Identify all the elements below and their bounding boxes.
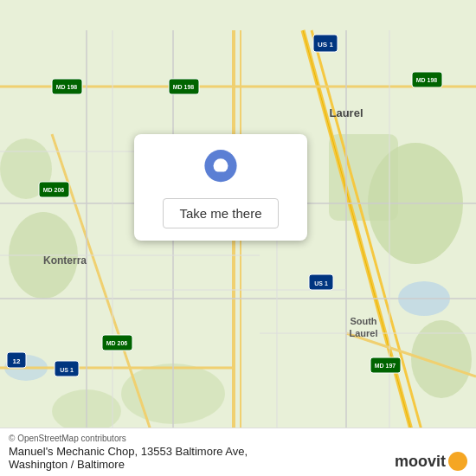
- svg-text:MD 197: MD 197: [375, 363, 396, 369]
- svg-text:MD 206: MD 206: [106, 340, 128, 346]
- svg-text:MD 198: MD 198: [56, 84, 78, 90]
- svg-text:MD 206: MD 206: [43, 187, 65, 193]
- location-name: Manuel's Mechanic Chop, 13553 Baltimore …: [9, 445, 248, 458]
- bottom-info-bar: © OpenStreetMap contributors Manuel's Me…: [0, 428, 476, 476]
- svg-text:12: 12: [13, 357, 21, 365]
- svg-text:US 1: US 1: [318, 41, 333, 48]
- svg-rect-5: [329, 134, 398, 221]
- map-pin-icon: [202, 150, 240, 188]
- moovit-logo: moovit: [395, 452, 467, 471]
- svg-text:MD 198: MD 198: [173, 84, 195, 90]
- svg-text:US 1: US 1: [60, 367, 74, 373]
- moovit-logo-dot: [448, 452, 467, 471]
- location-city: Washington / Baltimore: [9, 458, 248, 471]
- take-me-there-button[interactable]: Take me there: [163, 198, 278, 228]
- svg-point-56: [214, 158, 228, 173]
- svg-text:Laurel: Laurel: [349, 328, 377, 338]
- location-card: Take me there: [134, 134, 307, 241]
- svg-text:MD 198: MD 198: [416, 77, 438, 83]
- svg-text:South: South: [350, 316, 376, 326]
- svg-text:US 1: US 1: [314, 280, 328, 286]
- svg-text:Konterra: Konterra: [43, 254, 87, 267]
- map-attribution: © OpenStreetMap contributors: [9, 434, 467, 443]
- svg-text:Laurel: Laurel: [329, 106, 363, 119]
- moovit-brand-text: moovit: [395, 453, 446, 471]
- map-container: US 1 MD 198 MD 198 MD 198 MD 206 MD 206 …: [0, 0, 476, 476]
